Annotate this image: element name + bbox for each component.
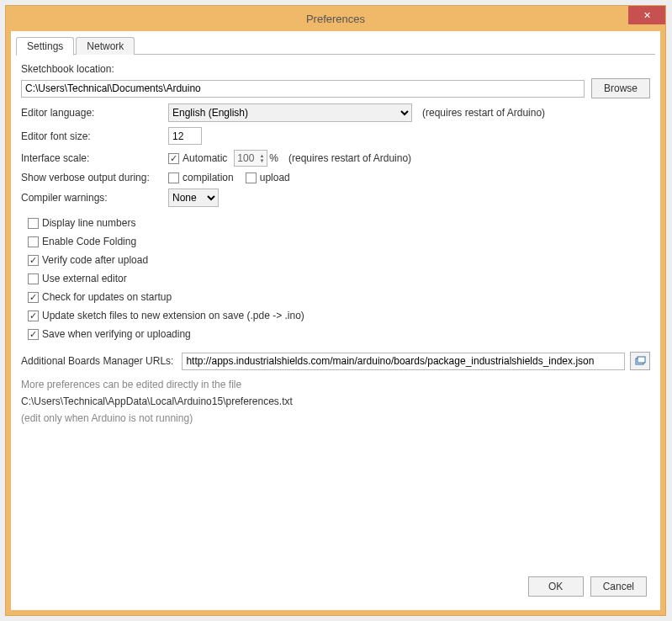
more-prefs-note: More preferences can be edited directly … [21,379,650,390]
ok-button[interactable]: OK [528,576,584,597]
opt-label: Verify code after upload [42,254,148,266]
verbose-label: Show verbose output during: [21,172,168,183]
opt-label: Update sketch files to new extension on … [42,310,304,321]
boards-url-label: Additional Boards Manager URLs: [21,355,173,367]
opt-label: Use external editor [42,273,127,284]
opt-label: Check for updates on startup [42,291,172,303]
checkbox-icon [28,329,39,340]
window-title: Preferences [306,13,365,25]
use-external-editor-checkbox[interactable]: Use external editor [28,273,650,284]
compilation-checkbox[interactable]: compilation [168,172,234,183]
editor-language-label: Editor language: [21,107,168,119]
scale-spinner[interactable]: 100 ▲ ▼ [234,150,267,167]
save-on-verify-checkbox[interactable]: Save when verifying or uploading [28,328,650,340]
titlebar: Preferences ✕ [6,6,665,31]
update-extension-checkbox[interactable]: Update sketch files to new extension on … [28,310,650,321]
automatic-scale-checkbox[interactable]: Automatic [168,152,227,164]
tabstrip: Settings Network [16,36,655,55]
checkbox-icon [28,310,39,321]
dialog-buttons: OK Cancel [21,571,650,600]
compilation-label: compilation [183,172,234,183]
scale-value: 100 [235,152,257,164]
checkbox-icon [28,255,39,266]
editor-language-hint: (requires restart of Arduino) [422,107,545,119]
check-updates-checkbox[interactable]: Check for updates on startup [28,291,650,303]
sketchbook-label: Sketchbook location: [21,63,114,75]
compiler-warnings-label: Compiler warnings: [21,192,168,204]
checkbox-icon [168,153,179,164]
percent-sign: % [269,152,278,164]
upload-checkbox[interactable]: upload [246,172,290,183]
cancel-button[interactable]: Cancel [590,576,647,597]
boards-url-input[interactable] [182,353,625,370]
automatic-scale-label: Automatic [183,152,227,164]
editor-font-input[interactable] [168,127,202,145]
checkbox-icon [28,273,39,284]
close-button[interactable]: ✕ [628,6,665,24]
edit-note: (edit only when Arduino is not running) [21,412,650,424]
interface-scale-hint: (requires restart of Arduino) [288,152,411,164]
checkbox-icon [28,218,39,229]
close-icon: ✕ [643,11,651,20]
options-list: Display line numbers Enable Code Folding… [28,217,650,347]
display-line-numbers-checkbox[interactable]: Display line numbers [28,217,650,229]
opt-label: Save when verifying or uploading [42,328,191,340]
verify-after-upload-checkbox[interactable]: Verify code after upload [28,254,650,266]
prefs-path: C:\Users\Technical\AppData\Local\Arduino… [21,395,650,407]
preferences-window: Preferences ✕ Settings Network Sketchboo… [5,5,666,616]
settings-panel: Sketchbook location: Browse Editor langu… [16,55,655,605]
sketchbook-path-input[interactable] [21,80,585,98]
window-body: Settings Network Sketchbook location: Br… [6,31,665,615]
tab-settings[interactable]: Settings [16,37,74,56]
enable-code-folding-checkbox[interactable]: Enable Code Folding [28,236,650,247]
upload-label: upload [260,172,290,183]
opt-label: Enable Code Folding [42,236,136,247]
tab-network[interactable]: Network [76,37,135,55]
window-icon [634,356,646,366]
editor-font-label: Editor font size: [21,130,168,142]
svg-rect-1 [638,357,645,363]
interface-scale-label: Interface scale: [21,152,168,164]
checkbox-icon [168,172,179,183]
checkbox-icon [28,236,39,247]
chevron-down-icon[interactable]: ▼ [257,158,267,163]
compiler-warnings-select[interactable]: None [168,188,219,207]
checkbox-icon [246,172,257,183]
boards-url-expand-button[interactable] [630,352,650,370]
editor-language-select[interactable]: English (English) [168,104,412,122]
browse-button[interactable]: Browse [591,78,650,98]
checkbox-icon [28,292,39,303]
opt-label: Display line numbers [42,217,135,229]
